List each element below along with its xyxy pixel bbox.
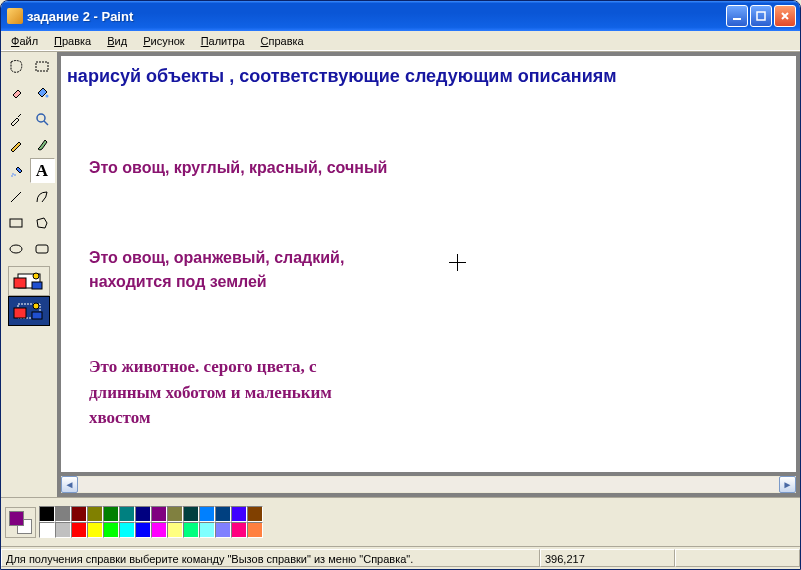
color-swatch[interactable]	[231, 506, 247, 522]
svg-point-13	[33, 273, 39, 279]
scroll-left-button[interactable]: ◄	[61, 476, 78, 493]
color-swatch[interactable]	[247, 522, 263, 538]
color-swatch[interactable]	[183, 522, 199, 538]
tool-picker[interactable]	[4, 106, 29, 131]
color-swatch[interactable]	[39, 506, 55, 522]
menubar: Файл Правка Вид Рисунок Палитра Справка	[1, 31, 800, 51]
titlebar[interactable]: задание 2 - Paint	[1, 1, 800, 31]
tool-polygon[interactable]	[30, 210, 55, 235]
tool-brush[interactable]	[30, 132, 55, 157]
tool-fill[interactable]	[30, 80, 55, 105]
svg-rect-0	[733, 18, 741, 20]
color-swatch[interactable]	[119, 522, 135, 538]
svg-rect-16	[14, 308, 26, 318]
current-colors[interactable]	[5, 507, 36, 538]
menu-help[interactable]: Справка	[253, 33, 312, 49]
tool-options	[8, 266, 50, 287]
tool-rectangle[interactable]	[4, 210, 29, 235]
color-swatch[interactable]	[215, 522, 231, 538]
tool-rect-select[interactable]	[30, 54, 55, 79]
canvas-heading: нарисуй объекты , соответствующие следую…	[67, 66, 617, 87]
color-swatch[interactable]	[183, 506, 199, 522]
color-swatch[interactable]	[71, 506, 87, 522]
svg-rect-10	[36, 245, 48, 253]
svg-point-9	[10, 245, 22, 253]
minimize-button[interactable]	[726, 5, 748, 27]
menu-file[interactable]: Файл	[3, 33, 46, 49]
color-swatch[interactable]	[119, 506, 135, 522]
scroll-track[interactable]	[78, 476, 779, 493]
color-swatch[interactable]	[135, 506, 151, 522]
color-swatch[interactable]	[151, 506, 167, 522]
svg-rect-12	[14, 278, 26, 288]
color-swatch[interactable]	[247, 506, 263, 522]
color-swatch[interactable]	[103, 506, 119, 522]
color-swatch[interactable]	[39, 522, 55, 538]
color-swatch[interactable]	[55, 506, 71, 522]
svg-rect-1	[757, 12, 765, 20]
svg-point-17	[33, 303, 39, 309]
foreground-color-swatch[interactable]	[9, 511, 24, 526]
svg-point-6	[11, 175, 13, 177]
tool-pencil[interactable]	[4, 132, 29, 157]
window-title: задание 2 - Paint	[27, 9, 726, 24]
color-swatch[interactable]	[215, 506, 231, 522]
menu-edit[interactable]: Правка	[46, 33, 99, 49]
maximize-button[interactable]	[750, 5, 772, 27]
svg-point-7	[14, 174, 16, 176]
canvas-item-3: Это животное. серого цвета, с длинным хо…	[89, 354, 379, 431]
svg-point-4	[37, 114, 45, 122]
tool-line[interactable]	[4, 184, 29, 209]
status-coordinates: 396,217	[540, 549, 675, 567]
status-size	[675, 549, 800, 567]
tool-magnifier[interactable]	[30, 106, 55, 131]
svg-rect-8	[10, 219, 22, 227]
color-swatch[interactable]	[103, 522, 119, 538]
color-swatch[interactable]	[199, 522, 215, 538]
color-swatch[interactable]	[71, 522, 87, 538]
tool-rounded-rect[interactable]	[30, 236, 55, 261]
color-swatches	[39, 506, 263, 538]
tool-eraser[interactable]	[4, 80, 29, 105]
tool-free-select[interactable]	[4, 54, 29, 79]
tool-curve[interactable]	[30, 184, 55, 209]
tool-airbrush[interactable]	[4, 158, 29, 183]
toolbox: A	[1, 52, 57, 497]
canvas-item-1: Это овощ, круглый, красный, сочный	[89, 156, 589, 180]
app-icon	[7, 8, 23, 24]
scroll-right-button[interactable]: ►	[779, 476, 796, 493]
svg-rect-18	[32, 312, 42, 319]
svg-rect-2	[36, 62, 48, 71]
color-swatch[interactable]	[231, 522, 247, 538]
text-transparent[interactable]	[8, 296, 50, 326]
color-swatch[interactable]	[87, 506, 103, 522]
canvas-area[interactable]: нарисуй объекты , соответствующие следую…	[57, 52, 800, 476]
color-swatch[interactable]	[167, 506, 183, 522]
statusbar: Для получения справки выберите команду "…	[1, 546, 800, 569]
color-palette	[1, 497, 800, 546]
scrollbar-horizontal[interactable]: ◄ ►	[61, 476, 796, 493]
menu-view[interactable]: Вид	[99, 33, 135, 49]
color-swatch[interactable]	[87, 522, 103, 538]
svg-point-5	[12, 173, 14, 175]
tool-text[interactable]: A	[30, 158, 55, 183]
color-swatch[interactable]	[167, 522, 183, 538]
status-help-text: Для получения справки выберите команду "…	[1, 549, 540, 567]
tool-ellipse[interactable]	[4, 236, 29, 261]
text-opaque[interactable]	[8, 266, 50, 296]
svg-point-3	[46, 94, 49, 97]
canvas[interactable]: нарисуй объекты , соответствующие следую…	[61, 56, 796, 472]
menu-image[interactable]: Рисунок	[135, 33, 193, 49]
color-swatch[interactable]	[55, 522, 71, 538]
close-button[interactable]	[774, 5, 796, 27]
crosshair-cursor-icon	[449, 254, 466, 271]
color-swatch[interactable]	[151, 522, 167, 538]
color-swatch[interactable]	[199, 506, 215, 522]
canvas-item-2: Это овощ, оранжевый, сладкий, находится …	[89, 246, 379, 294]
color-swatch[interactable]	[135, 522, 151, 538]
menu-colors[interactable]: Палитра	[193, 33, 253, 49]
svg-rect-14	[32, 282, 42, 289]
